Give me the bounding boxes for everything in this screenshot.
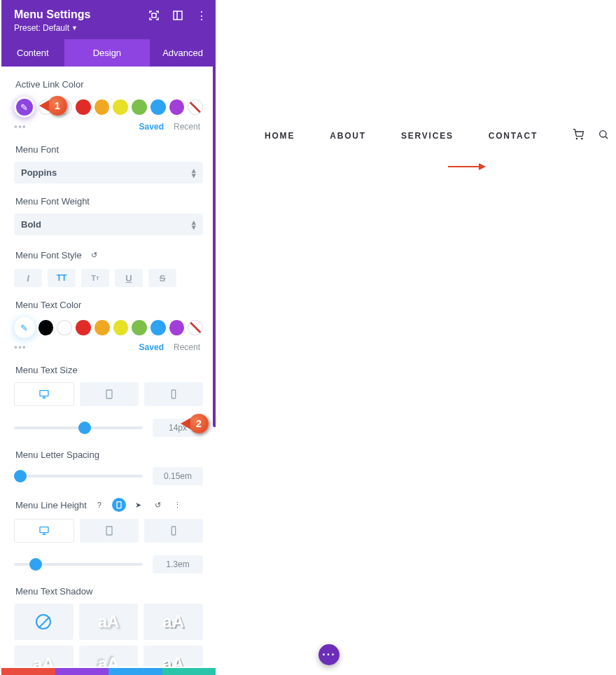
label-active-link-color: Active Link Color xyxy=(15,79,203,90)
panel-tabs: Content Design Advanced xyxy=(1,39,216,67)
panel-layout-icon[interactable] xyxy=(172,10,183,21)
preview-aA: aA xyxy=(33,654,55,667)
label-letter-spacing: Menu Letter Spacing xyxy=(15,450,203,460)
more-icon[interactable]: ⋮ xyxy=(171,498,185,512)
hover-icon[interactable]: ➤ xyxy=(132,498,146,512)
color-picker-current[interactable]: ✎ xyxy=(14,97,35,118)
letter-spacing-slider[interactable] xyxy=(14,475,143,478)
device-tabs xyxy=(14,519,203,543)
color-swatch-red[interactable] xyxy=(76,99,91,115)
svg-rect-6 xyxy=(106,390,112,398)
annotation-arrow xyxy=(448,157,486,175)
select-caret-icon: ▴▾ xyxy=(192,220,196,229)
color-swatch-white[interactable] xyxy=(57,320,72,335)
tab-advanced[interactable]: Advanced xyxy=(150,39,216,67)
floating-action-button[interactable]: ··· xyxy=(318,644,340,665)
svg-rect-8 xyxy=(117,502,121,508)
color-swatch-transparent[interactable] xyxy=(188,99,203,115)
color-swatch-black[interactable] xyxy=(38,320,54,335)
text-shadow-preset-3[interactable]: aA xyxy=(14,646,74,667)
bar-seg-4 xyxy=(162,668,216,675)
nav-preview: HOME ABOUT SERVICES CONTACT xyxy=(265,129,609,142)
device-desktop[interactable] xyxy=(14,382,74,406)
help-icon[interactable]: ? xyxy=(92,498,106,512)
text-shadow-preset-5[interactable]: aA xyxy=(144,646,203,667)
kebab-menu-icon[interactable]: ⋮ xyxy=(196,10,207,21)
color-swatch-blue[interactable] xyxy=(150,99,166,115)
device-tablet[interactable] xyxy=(80,519,139,543)
responsive-icon[interactable] xyxy=(112,498,126,512)
nav-home[interactable]: HOME xyxy=(265,131,295,141)
preset-selector[interactable]: Preset: Default ▼ xyxy=(14,23,78,33)
nav-services[interactable]: SERVICES xyxy=(401,131,454,141)
color-swatch-blue[interactable] xyxy=(150,320,166,335)
text-shadow-preset-1[interactable]: aA xyxy=(79,604,139,640)
text-shadow-preset-4[interactable]: aA xyxy=(79,646,139,667)
color-swatch-yellow[interactable] xyxy=(113,99,128,115)
device-desktop[interactable] xyxy=(14,519,74,543)
color-swatch-green[interactable] xyxy=(132,99,147,115)
reset-icon[interactable]: ↺ xyxy=(151,498,165,512)
color-swatch-red[interactable] xyxy=(76,320,91,335)
color-swatch-yellow[interactable] xyxy=(113,320,129,335)
none-icon xyxy=(36,614,51,629)
italic-button[interactable]: I xyxy=(14,269,42,287)
scrollbar-thumb[interactable] xyxy=(213,63,216,427)
recent-tab[interactable]: Recent xyxy=(174,122,200,132)
text-shadow-none[interactable] xyxy=(14,604,74,640)
eyedropper-icon: ✎ xyxy=(20,102,28,113)
slider-thumb[interactable] xyxy=(29,558,42,571)
letter-spacing-value[interactable]: 0.15em xyxy=(153,467,203,485)
color-swatch-violet[interactable] xyxy=(169,99,185,115)
section-menu-font: Menu Font Poppins ▴▾ xyxy=(14,144,203,183)
color-swatch-transparent[interactable] xyxy=(188,320,203,335)
focus-icon[interactable] xyxy=(148,10,160,21)
text-shadow-grid: aA aA aA aA aA xyxy=(14,604,203,667)
uppercase-button[interactable]: TT xyxy=(48,269,76,287)
section-menu-text-color: Menu Text Color ✎ ••• Saved Recent xyxy=(14,300,203,352)
color-swatch-green[interactable] xyxy=(132,320,147,335)
saved-tab[interactable]: Saved xyxy=(139,342,164,352)
recent-tab[interactable]: Recent xyxy=(174,342,200,352)
more-swatches-icon[interactable]: ••• xyxy=(14,342,27,352)
section-menu-font-weight: Menu Font Weight Bold ▴▾ xyxy=(14,196,203,235)
font-select[interactable]: Poppins ▴▾ xyxy=(14,162,203,183)
line-height-slider[interactable] xyxy=(14,563,143,566)
eyedropper-icon: ✎ xyxy=(20,323,28,333)
text-size-slider-row: 14px xyxy=(14,419,203,437)
color-swatch-orange[interactable] xyxy=(94,320,110,335)
device-tablet[interactable] xyxy=(80,382,139,406)
text-color-picker-current[interactable]: ✎ xyxy=(14,317,35,338)
section-active-link-color: Active Link Color ✎ ••• Saved Recent xyxy=(14,79,203,132)
section-line-height: Menu Line Height ? ➤ ↺ ⋮ 1.3em xyxy=(14,498,203,573)
preview-aA: aA xyxy=(162,612,184,632)
strikethrough-button[interactable]: S xyxy=(148,269,176,287)
text-size-slider[interactable] xyxy=(14,426,143,429)
underline-button[interactable]: U xyxy=(115,269,143,287)
text-shadow-preset-2[interactable]: aA xyxy=(144,604,203,640)
search-icon[interactable] xyxy=(598,129,609,142)
color-swatch-orange[interactable] xyxy=(94,99,110,115)
device-phone[interactable] xyxy=(144,519,203,543)
bottom-color-bar xyxy=(1,668,216,675)
line-height-value[interactable]: 1.3em xyxy=(153,555,203,573)
saved-tab[interactable]: Saved xyxy=(139,122,164,132)
tab-design[interactable]: Design xyxy=(64,39,150,67)
slider-thumb[interactable] xyxy=(14,470,27,482)
label-line-height: Menu Line Height xyxy=(15,500,87,510)
font-value: Poppins xyxy=(21,167,57,178)
label-menu-font-weight: Menu Font Weight xyxy=(15,196,203,207)
color-swatch-violet[interactable] xyxy=(169,320,185,335)
font-weight-select[interactable]: Bold ▴▾ xyxy=(14,214,203,235)
nav-about[interactable]: ABOUT xyxy=(330,131,366,141)
section-menu-text-size: Menu Text Size 14px 2 xyxy=(14,365,203,437)
device-phone[interactable] xyxy=(144,382,203,406)
smallcaps-button[interactable]: TT xyxy=(81,269,109,287)
reset-font-style-icon[interactable]: ↺ xyxy=(88,248,102,262)
more-swatches-icon[interactable]: ••• xyxy=(14,122,27,132)
cart-icon[interactable] xyxy=(573,129,584,142)
nav-contact[interactable]: CONTACT xyxy=(489,131,538,141)
svg-rect-3 xyxy=(40,391,48,396)
tab-content[interactable]: Content xyxy=(1,39,64,67)
slider-thumb[interactable] xyxy=(78,422,91,434)
